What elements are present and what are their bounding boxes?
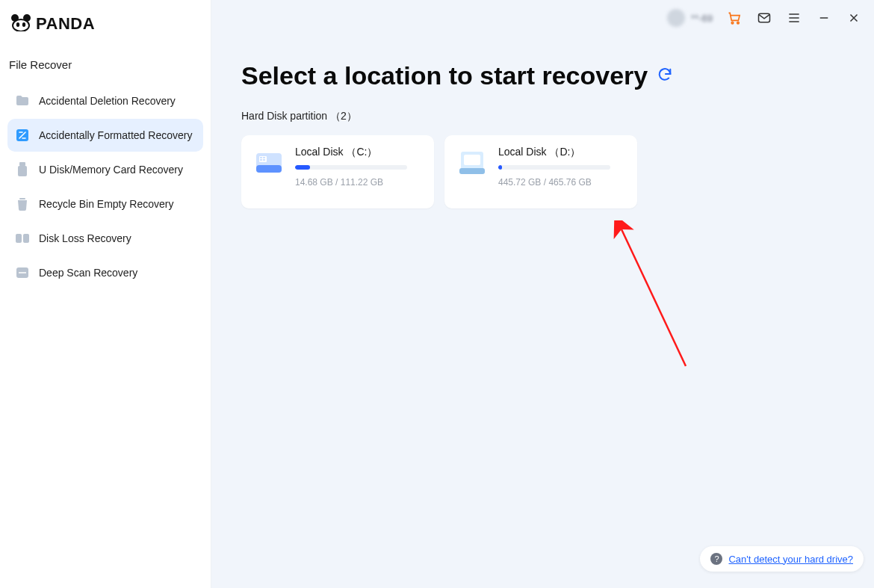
page-title: Select a location to start recovery xyxy=(241,61,648,90)
main-panel: **-69 Select a location to start recover… xyxy=(211,0,874,588)
drive-icon xyxy=(456,147,488,179)
svg-rect-20 xyxy=(260,159,262,161)
sidebar: PANDA File Recover Accidental Deletion R… xyxy=(0,0,211,588)
svg-point-12 xyxy=(731,22,734,23)
help-pill[interactable]: ? Can't detect your hard drive? xyxy=(700,546,864,572)
svg-rect-7 xyxy=(18,166,27,176)
format-icon xyxy=(15,128,30,143)
card-body: Local Disk （D:） 445.72 GB / 465.76 GB xyxy=(498,146,625,188)
avatar xyxy=(667,9,685,27)
sidebar-item-label: Accidental Deletion Recovery xyxy=(39,95,176,107)
partition-cards: Local Disk （C:） 14.68 GB / 111.22 GB xyxy=(241,135,844,208)
svg-point-13 xyxy=(737,22,740,23)
app-root: PANDA File Recover Accidental Deletion R… xyxy=(0,0,874,588)
total-size: 111.22 GB xyxy=(341,177,383,188)
svg-rect-16 xyxy=(256,165,282,173)
brand-logo: PANDA xyxy=(7,9,203,55)
partition-card-d[interactable]: Local Disk （D:） 445.72 GB / 465.76 GB xyxy=(444,135,637,208)
partition-subheading: Hard Disk partition （2） xyxy=(241,110,844,123)
svg-point-4 xyxy=(22,22,25,27)
sidebar-section-title: File Recover xyxy=(9,58,203,71)
sidebar-item-formatted-recovery[interactable]: Accidentally Formatted Recovery xyxy=(7,119,203,152)
sidebar-item-recycle-bin[interactable]: Recycle Bin Empty Recovery xyxy=(7,188,203,220)
sidebar-item-label: U Disk/Memory Card Recovery xyxy=(39,164,183,176)
heading-row: Select a location to start recovery xyxy=(241,61,844,90)
usage-bar xyxy=(498,165,610,170)
usage-fill xyxy=(498,165,502,170)
drive-icon xyxy=(253,147,285,179)
panda-icon xyxy=(10,13,31,34)
svg-rect-24 xyxy=(464,155,480,165)
help-icon: ? xyxy=(710,553,722,565)
mail-icon[interactable] xyxy=(756,10,772,26)
partition-usage: 14.68 GB / 111.22 GB xyxy=(295,177,422,188)
menu-icon[interactable] xyxy=(786,10,802,26)
user-badge[interactable]: **-69 xyxy=(667,9,713,27)
sidebar-item-label: Deep Scan Recovery xyxy=(39,267,137,279)
sidebar-item-accidental-deletion[interactable]: Accidental Deletion Recovery xyxy=(7,84,203,117)
help-link[interactable]: Can't detect your hard drive? xyxy=(728,554,853,565)
svg-rect-21 xyxy=(263,159,265,161)
total-size: 465.76 GB xyxy=(548,177,591,188)
svg-rect-10 xyxy=(23,234,29,243)
usage-fill xyxy=(295,165,310,170)
disk-icon xyxy=(15,231,30,246)
scan-icon xyxy=(15,265,30,280)
sidebar-item-disk-loss[interactable]: Disk Loss Recovery xyxy=(7,222,203,255)
used-size: 14.68 GB xyxy=(295,177,333,188)
used-size: 445.72 GB xyxy=(498,177,541,188)
sidebar-item-label: Recycle Bin Empty Recovery xyxy=(39,198,174,210)
svg-line-25 xyxy=(622,229,686,366)
card-body: Local Disk （C:） 14.68 GB / 111.22 GB xyxy=(295,146,422,188)
partition-usage: 445.72 GB / 465.76 GB xyxy=(498,177,625,188)
sidebar-item-label: Disk Loss Recovery xyxy=(39,232,131,244)
cart-icon[interactable] xyxy=(726,10,743,26)
partition-name: Local Disk （D:） xyxy=(498,146,625,159)
svg-point-3 xyxy=(16,22,19,27)
svg-rect-9 xyxy=(16,234,22,243)
user-id: **-69 xyxy=(691,13,713,24)
svg-rect-23 xyxy=(459,168,485,174)
svg-rect-6 xyxy=(19,162,25,166)
svg-rect-8 xyxy=(19,198,25,199)
content: Select a location to start recovery Hard… xyxy=(211,36,874,208)
brand-name: PANDA xyxy=(36,14,95,34)
sidebar-item-label: Accidentally Formatted Recovery xyxy=(39,129,192,141)
sidebar-nav: Accidental Deletion Recovery Accidentall… xyxy=(7,84,203,289)
svg-rect-19 xyxy=(263,157,265,158)
sidebar-item-deep-scan[interactable]: Deep Scan Recovery xyxy=(7,256,203,289)
svg-rect-18 xyxy=(260,157,262,158)
usage-bar xyxy=(295,165,407,170)
trash-icon xyxy=(15,196,30,211)
folder-icon xyxy=(15,93,30,108)
refresh-icon[interactable] xyxy=(657,66,673,86)
minimize-button[interactable] xyxy=(816,10,832,26)
partition-card-c[interactable]: Local Disk （C:） 14.68 GB / 111.22 GB xyxy=(241,135,434,208)
svg-point-2 xyxy=(13,19,29,31)
close-button[interactable] xyxy=(846,10,862,26)
sidebar-item-usb-recovery[interactable]: U Disk/Memory Card Recovery xyxy=(7,153,203,186)
annotation-arrow xyxy=(611,220,716,377)
usb-icon xyxy=(15,162,30,177)
partition-name: Local Disk （C:） xyxy=(295,146,422,159)
titlebar: **-69 xyxy=(211,0,874,36)
